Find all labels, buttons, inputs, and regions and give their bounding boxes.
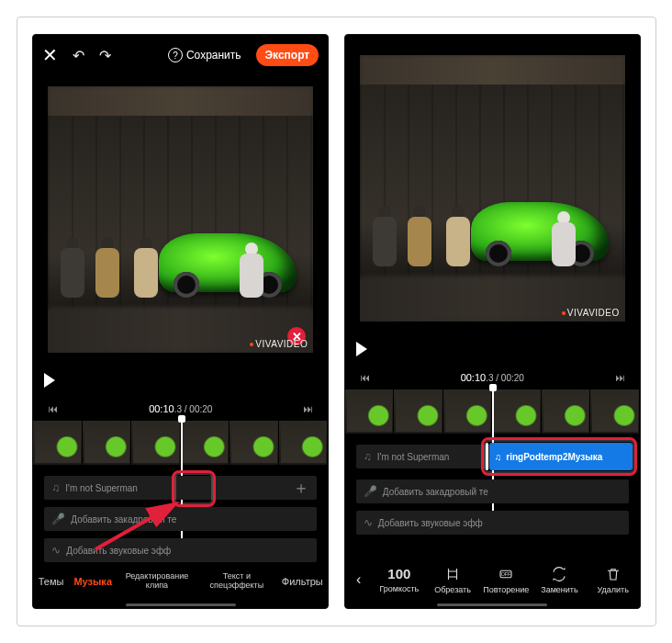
tab-music[interactable]: Музыка	[73, 576, 112, 587]
skip-prev-icon[interactable]: ⏮	[356, 372, 374, 383]
save-button[interactable]: ? Сохранить	[168, 48, 241, 62]
undo-icon[interactable]: ↶	[73, 47, 84, 64]
help-icon: ?	[168, 48, 183, 62]
music-toolbar: ‹ 100 Громкость Обрезать OFF Повторение …	[345, 557, 640, 603]
repeat-off-icon: OFF	[498, 566, 514, 582]
voiceover-label: Добавить закадровый те	[71, 514, 176, 525]
volume-value: 100	[387, 566, 410, 581]
trim-icon	[444, 566, 461, 582]
voiceover-track[interactable]: 🎤 Добавить закадровый те	[44, 507, 317, 531]
export-button[interactable]: Экспорт	[256, 44, 319, 66]
video-preview[interactable]: ✕ VIVAVIDEO	[48, 86, 313, 353]
bottom-tabs: Темы Музыка Редактирование клипа Текст и…	[33, 562, 328, 601]
music-note-icon: ♫	[364, 450, 372, 463]
music-clip-selected[interactable]: ♫ ringPodtemp2Музыка	[489, 443, 633, 470]
wave-icon: ∿	[364, 516, 373, 529]
trash-icon	[605, 566, 622, 582]
voiceover-track[interactable]: 🎤 Добавить закадровый те	[356, 479, 629, 503]
replace-icon	[551, 566, 567, 582]
music-track[interactable]: ♫ I'm not Superman ＋	[44, 476, 317, 500]
sfx-label: Добавить звуковые эфф	[66, 546, 171, 556]
preview-person	[59, 237, 86, 298]
save-label: Сохранить	[186, 49, 241, 62]
svg-text:OFF: OFF	[501, 571, 511, 577]
play-icon[interactable]	[44, 373, 55, 388]
editor-topbar: ✕ ↶ ↷ ? Сохранить Экспорт	[33, 42, 328, 68]
wave-icon: ∿	[51, 544, 61, 557]
tab-themes[interactable]: Темы	[39, 576, 64, 587]
music-clip-name: ringPodtemp2Музыка	[506, 452, 602, 462]
mic-icon: 🎤	[364, 485, 377, 498]
music-track-name: I'm not Superman	[65, 483, 138, 493]
phone-left: ✕ ↶ ↷ ? Сохранить Экспорт ✕ VIV	[32, 34, 329, 609]
tab-clip-editing[interactable]: Редактирование клипа	[122, 572, 192, 591]
skip-next-icon[interactable]: ⏭	[299, 403, 317, 414]
home-indicator	[126, 604, 236, 606]
play-icon[interactable]	[356, 342, 367, 356]
mic-icon: 🎤	[51, 513, 65, 525]
time-decimal: .3	[174, 404, 182, 414]
back-icon[interactable]: ‹	[345, 561, 373, 598]
redo-icon[interactable]: ↷	[99, 47, 111, 64]
skip-prev-icon[interactable]: ⏮	[44, 403, 62, 414]
phone-right: VIVAVIDEO ⏮ 00:10.3 / 00:20 ⏭ ♫ I'm not …	[344, 34, 641, 609]
tool-trim[interactable]: Обрезать	[426, 566, 479, 594]
sfx-track[interactable]: ∿ Добавить звуковые эфф	[356, 511, 629, 535]
tool-repeat[interactable]: OFF Повторение	[479, 566, 532, 594]
watermark: VIVAVIDEO	[250, 339, 308, 349]
tool-replace[interactable]: Заменить	[532, 566, 586, 594]
home-indicator	[437, 604, 547, 606]
sfx-track[interactable]: ∿ Добавить звуковые эфф	[44, 538, 317, 562]
video-preview[interactable]: VIVAVIDEO	[360, 55, 625, 322]
skip-next-icon[interactable]: ⏭	[611, 372, 629, 383]
preview-person	[240, 243, 263, 298]
tool-volume[interactable]: 100 Громкость	[373, 566, 426, 593]
add-music-button[interactable]: ＋	[286, 474, 317, 502]
close-icon[interactable]: ✕	[42, 44, 58, 66]
preview-person	[94, 237, 121, 298]
tool-delete[interactable]: Удалить	[587, 566, 640, 594]
watermark: VIVAVIDEO	[562, 308, 620, 318]
music-note-icon: ♫	[495, 452, 502, 462]
music-note-icon: ♫	[51, 481, 60, 494]
tab-text-fx[interactable]: Текст и спецэффекты	[202, 572, 272, 591]
time-total: / 00:20	[182, 404, 212, 414]
tab-filters[interactable]: Фильтры	[282, 576, 323, 587]
preview-person	[132, 237, 160, 298]
time-current: 00:10	[149, 403, 174, 414]
